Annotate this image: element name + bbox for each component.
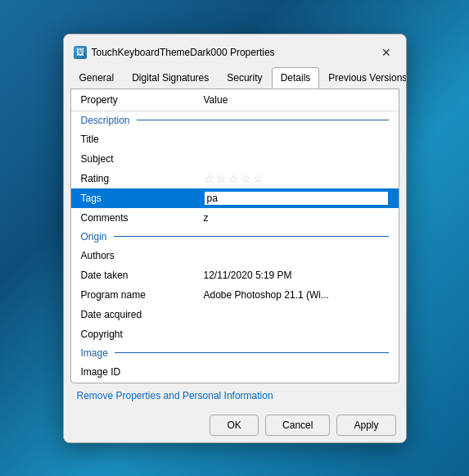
prop-tags-label: Tags: [81, 193, 204, 204]
section-origin: Origin: [71, 228, 399, 246]
dialog-title: TouchKeyboardThemeDark000 Properties: [92, 47, 275, 58]
close-button[interactable]: ✕: [377, 43, 396, 62]
star-1[interactable]: ☆: [204, 172, 214, 185]
properties-dialog: 🖼 TouchKeyboardThemeDark000 Properties ✕…: [63, 34, 407, 443]
row-title[interactable]: Title: [71, 129, 399, 149]
remove-properties-link[interactable]: Remove Properties and Personal Informati…: [77, 390, 393, 401]
prop-image-id-label: Image ID: [81, 366, 204, 378]
section-image: Image: [71, 344, 399, 362]
tab-security[interactable]: Security: [218, 67, 271, 88]
prop-subject-label: Subject: [81, 153, 204, 165]
row-date-acquired[interactable]: Date acquired: [71, 305, 399, 324]
row-image-id[interactable]: Image ID: [71, 362, 399, 379]
cancel-button[interactable]: Cancel: [265, 415, 330, 436]
content-area: Property Value Description Title Subject…: [70, 88, 399, 383]
tab-digital-signatures[interactable]: Digital Signatures: [123, 67, 218, 88]
prop-comments-value: z: [204, 212, 389, 224]
tab-general[interactable]: General: [70, 67, 124, 88]
apply-button[interactable]: Apply: [336, 415, 395, 436]
row-rating[interactable]: Rating ☆ ☆ ☆ ☆ ☆: [71, 169, 399, 188]
prop-date-acquired-label: Date acquired: [81, 309, 204, 320]
prop-comments-label: Comments: [81, 212, 204, 224]
star-2[interactable]: ☆: [216, 172, 227, 185]
tags-input[interactable]: [204, 191, 389, 206]
title-bar-left: 🖼 TouchKeyboardThemeDark000 Properties: [74, 46, 275, 59]
tab-previous-versions[interactable]: Previous Versions: [319, 67, 406, 88]
row-authors[interactable]: Authors: [71, 246, 399, 265]
row-date-taken[interactable]: Date taken 12/11/2020 5:19 PM: [71, 265, 399, 285]
star-4[interactable]: ☆: [241, 172, 251, 185]
dialog-footer: OK Cancel Apply: [64, 408, 406, 442]
prop-date-taken-value: 12/11/2020 5:19 PM: [204, 270, 389, 281]
prop-date-taken-label: Date taken: [81, 270, 204, 281]
row-comments[interactable]: Comments z: [71, 208, 399, 228]
file-icon: 🖼: [74, 46, 87, 59]
star-5[interactable]: ☆: [253, 172, 264, 185]
row-program-name[interactable]: Program name Adobe Photoshop 21.1 (Wi...: [71, 285, 399, 305]
row-subject[interactable]: Subject: [71, 149, 399, 169]
prop-title-label: Title: [81, 134, 204, 145]
table-header: Property Value: [71, 89, 399, 111]
prop-copyright-label: Copyright: [81, 329, 204, 340]
tab-bar: General Digital Signatures Security Deta…: [64, 62, 406, 88]
table-body[interactable]: Description Title Subject Rating ☆ ☆ ☆ ☆…: [71, 111, 399, 379]
prop-program-name-label: Program name: [81, 289, 204, 301]
header-property: Property: [81, 94, 204, 106]
title-bar: 🖼 TouchKeyboardThemeDark000 Properties ✕: [64, 34, 406, 62]
section-description: Description: [71, 111, 399, 129]
rating-stars[interactable]: ☆ ☆ ☆ ☆ ☆: [204, 172, 389, 185]
prop-program-name-value: Adobe Photoshop 21.1 (Wi...: [204, 289, 389, 301]
header-value: Value: [204, 94, 389, 106]
tab-details[interactable]: Details: [272, 67, 320, 88]
ok-button[interactable]: OK: [210, 415, 259, 436]
star-3[interactable]: ☆: [228, 172, 239, 185]
row-tags[interactable]: Tags: [71, 188, 399, 208]
prop-rating-label: Rating: [81, 173, 204, 184]
row-copyright[interactable]: Copyright: [71, 324, 399, 344]
prop-authors-label: Authors: [81, 250, 204, 261]
